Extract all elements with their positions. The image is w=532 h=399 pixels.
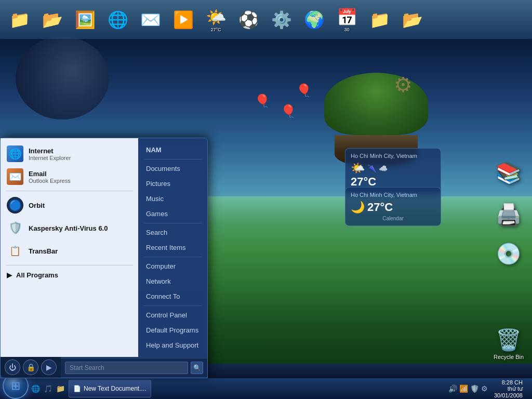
- right-menu-control[interactable]: Control Panel: [138, 308, 207, 323]
- ql-icon-1[interactable]: 🌐: [30, 383, 41, 394]
- right-menu-documents[interactable]: Documents: [138, 161, 207, 176]
- right-menu-nam[interactable]: NAM: [138, 142, 207, 157]
- tray-icon-1[interactable]: 🔊: [448, 384, 457, 393]
- all-programs-label: All Programs: [16, 271, 58, 279]
- right-menu-recent[interactable]: Recent Items: [138, 240, 207, 255]
- ie-icon: 🌐: [108, 10, 128, 30]
- top-icon-network2[interactable]: 🌍: [300, 5, 328, 34]
- menu-item-orbit[interactable]: 🔵 Orbit: [1, 194, 138, 217]
- windows-logo-icon: ⊞: [11, 379, 20, 393]
- ql-icon-2[interactable]: 🎵: [43, 383, 54, 394]
- email-menu-text: Email Outlook Express: [29, 170, 71, 184]
- menu-divider-1: [6, 191, 133, 191]
- recycle-bin-icon: 🗑️: [496, 328, 522, 352]
- weather-temp-label: 27°C: [210, 27, 221, 32]
- top-icon-game[interactable]: ⚽: [234, 5, 263, 34]
- clock-date: 30/01/2008: [494, 392, 523, 398]
- start-search-input[interactable]: [65, 362, 188, 374]
- transbar-title: TransBar: [29, 247, 58, 255]
- email-title: Email: [29, 170, 71, 178]
- books-icon: 📚: [496, 161, 522, 185]
- network2-icon: 🌍: [304, 10, 325, 30]
- tray-icon-2[interactable]: 📶: [459, 384, 468, 393]
- right-menu-pictures[interactable]: Pictures: [138, 176, 207, 191]
- folder3-icon: 📁: [369, 10, 390, 30]
- tools-icon: ⚙️: [271, 10, 292, 30]
- start-menu-power-buttons: ⏻ 🔒 ▶: [1, 357, 61, 378]
- menu-item-email[interactable]: ✉️ Email Outlook Express: [1, 165, 138, 188]
- desktop-icon-printer[interactable]: 🖨️: [490, 203, 527, 227]
- right-menu-defaults[interactable]: Default Programs: [138, 323, 207, 338]
- kaspersky-title: Kaspersky Anti-Virus 6.0: [29, 224, 108, 232]
- balloon-3: 🎈: [296, 83, 312, 98]
- kaspersky-menu-icon: 🛡️: [7, 220, 23, 236]
- right-menu-games[interactable]: Games: [138, 206, 207, 221]
- game-icon: ⚽: [238, 10, 259, 30]
- right-divider-2: [143, 223, 202, 223]
- windmill-icon: ⚙: [394, 73, 413, 97]
- more-button[interactable]: ▶: [41, 360, 57, 375]
- menu-item-internet[interactable]: 🌐 Internet Internet Explorer: [1, 142, 138, 165]
- folder4-icon: 📂: [402, 10, 423, 30]
- power-button[interactable]: ⏻: [5, 360, 20, 375]
- lock-button[interactable]: 🔒: [23, 360, 38, 375]
- clock-day: thứ tư: [494, 385, 523, 392]
- orbit-menu-text: Orbit: [29, 202, 45, 209]
- weather-widget-2: Ho Chi Minh City, Vietnam 🌙 27°C Calenda…: [345, 187, 441, 226]
- top-icon-media[interactable]: ▶️: [169, 5, 197, 34]
- ie-menu-icon: 🌐: [7, 145, 23, 162]
- calendar-date-label: 30: [344, 27, 349, 32]
- printer-icon: 🖨️: [496, 203, 522, 227]
- top-icon-tools[interactable]: ⚙️: [267, 5, 296, 34]
- email-icon: ✉️: [140, 10, 161, 30]
- right-menu-network[interactable]: Network: [138, 274, 207, 289]
- top-icon-weather[interactable]: 🌤️ 27°C: [202, 5, 230, 34]
- start-search-bar: 🔍: [61, 358, 207, 377]
- balloon-1: 🎈: [255, 94, 270, 108]
- balloon-2: 🎈: [281, 104, 296, 118]
- start-menu-body: 🌐 Internet Internet Explorer ✉️ Email Ou…: [1, 138, 207, 357]
- all-programs-item[interactable]: ▶ All Programs: [1, 268, 138, 282]
- tray-icon-3[interactable]: 🛡️: [470, 384, 479, 393]
- top-icon-folder2[interactable]: 📂: [38, 5, 66, 34]
- hdd-icon: 💿: [496, 242, 522, 266]
- transbar-menu-text: TransBar: [29, 247, 58, 255]
- top-icon-pictures[interactable]: 🖼️: [71, 5, 99, 34]
- system-clock[interactable]: 8:28 CH thứ tư 30/01/2008: [490, 379, 527, 398]
- menu-item-transbar[interactable]: 📋 TransBar: [1, 240, 138, 262]
- taskbar: ⊞ 🌐 🎵 📁 📄 New Text Document.... 🔊 📶 🛡️ ⚙…: [0, 378, 532, 399]
- weather-icon-2: 🌙: [351, 201, 365, 214]
- top-icon-folder4[interactable]: 📂: [398, 5, 427, 34]
- desktop: ⚙ 🎈 🎈 🎈 📁 📂 🖼️ 🌐 ✉️ ▶️ 🌤️ 27°C ⚽: [0, 0, 532, 399]
- menu-item-kaspersky[interactable]: 🛡️ Kaspersky Anti-Virus 6.0: [1, 217, 138, 240]
- weather-city-2: Ho Chi Minh City, Vietnam: [351, 192, 435, 198]
- top-icon-ie[interactable]: 🌐: [103, 5, 132, 34]
- right-menu-computer[interactable]: Computer: [138, 259, 207, 274]
- right-menu-connect[interactable]: Connect To: [138, 289, 207, 304]
- tray-icon-4[interactable]: ⚙: [481, 384, 488, 393]
- calendar-icon: 📅: [337, 7, 357, 27]
- folder1-icon: 📁: [9, 10, 30, 30]
- top-icon-email[interactable]: ✉️: [136, 5, 165, 34]
- right-divider-1: [143, 159, 202, 159]
- right-menu-search[interactable]: Search: [138, 225, 207, 240]
- right-divider-4: [143, 305, 202, 306]
- weather-icon: 🌤️: [206, 7, 227, 27]
- email-subtitle: Outlook Express: [29, 178, 71, 184]
- ie-subtitle: Internet Explorer: [29, 155, 71, 161]
- top-icon-calendar[interactable]: 📅 30: [332, 5, 361, 34]
- top-icon-folder1[interactable]: 📁: [5, 5, 34, 34]
- recycle-bin[interactable]: 🗑️ Recycle Bin: [490, 328, 527, 360]
- ql-icon-3[interactable]: 📁: [55, 383, 66, 394]
- weather-row-1: 🌤️ 🌂 ☁️: [351, 162, 435, 175]
- right-menu-help[interactable]: Help and Support: [138, 338, 207, 353]
- desktop-icon-hdd[interactable]: 💿: [490, 242, 527, 266]
- right-menu-music[interactable]: Music: [138, 191, 207, 206]
- desktop-icon-books[interactable]: 📚: [490, 161, 527, 185]
- email-menu-icon: ✉️: [7, 168, 23, 185]
- notepad-label: New Text Document....: [84, 385, 147, 392]
- taskbar-item-notepad[interactable]: 📄 New Text Document....: [69, 380, 151, 397]
- top-icon-folder3[interactable]: 📁: [365, 5, 394, 34]
- start-menu-left: 🌐 Internet Internet Explorer ✉️ Email Ou…: [1, 138, 138, 357]
- search-button[interactable]: 🔍: [191, 362, 203, 374]
